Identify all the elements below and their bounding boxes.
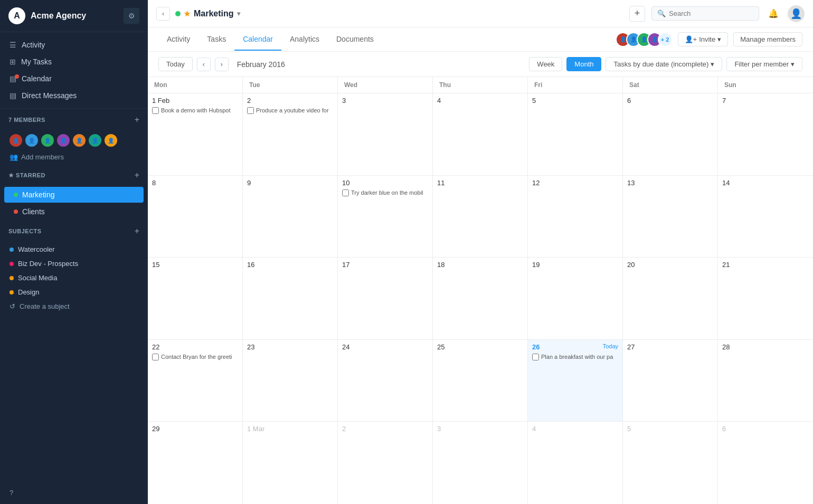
manage-members-button[interactable]: Manage members: [733, 32, 802, 46]
day-number: 23: [247, 343, 333, 351]
today-button[interactable]: Today: [158, 57, 193, 71]
task-checkbox[interactable]: [532, 354, 539, 360]
member-count-badge[interactable]: + 2: [658, 32, 673, 47]
subject-social-media-label: Social Media: [18, 274, 57, 282]
calendar-cell-2-0[interactable]: 15: [148, 258, 243, 339]
sidebar-item-activity[interactable]: ☰ Activity: [0, 36, 148, 53]
calendar-task[interactable]: Try darker blue on the mobil: [342, 189, 428, 196]
sidebar-item-my-tasks[interactable]: ⊞ My Tasks: [0, 53, 148, 70]
subject-design[interactable]: Design: [0, 285, 148, 299]
calendar-cell-4-4[interactable]: 4: [528, 422, 623, 504]
task-label: Try darker blue on the mobil: [351, 189, 423, 196]
tasks-filter-button[interactable]: Tasks by due date (incomplete) ▾: [606, 57, 722, 71]
calendar-cell-2-5[interactable]: 20: [623, 258, 718, 339]
subject-biz-dev[interactable]: Biz Dev - Prospects: [0, 256, 148, 271]
starred-item-clients[interactable]: Clients: [4, 204, 144, 220]
calendar-cell-1-3[interactable]: 11: [433, 176, 528, 258]
day-header-thu: Thu: [433, 77, 528, 93]
task-checkbox[interactable]: [152, 107, 159, 114]
calendar-cell-2-1[interactable]: 16: [243, 258, 338, 339]
calendar-task[interactable]: Produce a youtube video for: [247, 107, 333, 114]
tab-tasks[interactable]: Tasks: [198, 28, 234, 51]
user-avatar[interactable]: 👤: [788, 5, 805, 22]
subject-watercooler[interactable]: Watercooler: [0, 242, 148, 256]
calendar-cell-0-5[interactable]: 6: [623, 93, 718, 175]
calendar-cell-0-3[interactable]: 4: [433, 93, 528, 175]
calendar-task[interactable]: Book a demo with Hubspot: [152, 107, 238, 114]
calendar-cell-0-1[interactable]: 2Produce a youtube video for: [243, 93, 338, 175]
settings-button[interactable]: ⚙: [124, 8, 139, 24]
search-input[interactable]: [669, 9, 753, 17]
clients-dot: [14, 210, 18, 214]
create-subject-button[interactable]: ↺ Create a subject: [0, 299, 148, 313]
notification-bell[interactable]: 🔔: [765, 6, 781, 22]
calendar-cell-1-1[interactable]: 9: [243, 176, 338, 258]
add-subject-button[interactable]: +: [135, 226, 139, 236]
add-members-button[interactable]: 👥 Add members: [0, 150, 148, 164]
tab-calendar[interactable]: Calendar: [234, 28, 281, 51]
calendar-cell-1-0[interactable]: 8: [148, 176, 243, 258]
tab-documents[interactable]: Documents: [328, 28, 382, 51]
calendar-cell-1-5[interactable]: 13: [623, 176, 718, 258]
starred-section-header: ★ STARRED +: [8, 170, 139, 180]
task-checkbox[interactable]: [247, 107, 254, 114]
tab-activity[interactable]: Activity: [158, 28, 198, 51]
calendar-cell-2-3[interactable]: 18: [433, 258, 528, 339]
calendar-cell-4-5[interactable]: 5: [623, 422, 718, 504]
calendar-cell-1-6[interactable]: 14: [718, 176, 813, 258]
help-button[interactable]: ?: [0, 481, 148, 504]
calendar-cell-3-5[interactable]: 27: [623, 340, 718, 422]
calendar-cell-2-4[interactable]: 19: [528, 258, 623, 339]
calendar-cell-3-6[interactable]: 28: [718, 340, 813, 422]
subject-social-media[interactable]: Social Media: [0, 271, 148, 285]
member-filter-button[interactable]: Filter per member ▾: [726, 57, 802, 71]
member-filter-chevron-icon: ▾: [791, 60, 795, 68]
tab-analytics[interactable]: Analytics: [281, 28, 328, 51]
calendar-cell-1-2[interactable]: 10Try darker blue on the mobil: [338, 176, 433, 258]
chevron-down-icon[interactable]: ▾: [237, 10, 240, 17]
add-member-icon-button[interactable]: +: [135, 115, 139, 125]
day-number: 28: [722, 343, 809, 351]
calendar-cell-3-0[interactable]: 22Contact Bryan for the greeti: [148, 340, 243, 422]
calendar-cell-2-6[interactable]: 21: [718, 258, 813, 339]
calendar-cell-4-0[interactable]: 29: [148, 422, 243, 504]
task-checkbox[interactable]: [342, 189, 349, 196]
day-number: 14: [722, 179, 809, 187]
avatar: 👤: [56, 133, 71, 148]
add-button[interactable]: +: [629, 6, 645, 22]
calendar-cell-1-4[interactable]: 12: [528, 176, 623, 258]
calendar-task[interactable]: Plan a breakfast with our pa: [532, 353, 618, 360]
calendar-cell-4-1[interactable]: 1 Mar: [243, 422, 338, 504]
calendar-cell-3-1[interactable]: 23: [243, 340, 338, 422]
calendar-cell-0-0[interactable]: 1 FebBook a demo with Hubspot: [148, 93, 243, 175]
calendar-cell-3-3[interactable]: 25: [433, 340, 528, 422]
avatar: 👤: [72, 133, 87, 148]
calendar-cell-3-2[interactable]: 24: [338, 340, 433, 422]
calendar-cell-4-6[interactable]: 6: [718, 422, 813, 504]
calendar-nav-left: Today ‹ › February 2016: [158, 57, 289, 71]
prev-month-button[interactable]: ‹: [197, 58, 211, 71]
next-month-button[interactable]: ›: [215, 58, 229, 71]
sidebar-item-direct-messages[interactable]: ▤ Direct Messages: [0, 87, 148, 104]
invite-button[interactable]: 👤+ Invite ▾: [678, 32, 729, 46]
sidebar-item-calendar[interactable]: ▤ Calendar: [0, 70, 148, 87]
calendar-task[interactable]: Contact Bryan for the greeti: [152, 353, 238, 360]
month-view-button[interactable]: Month: [566, 57, 601, 71]
calendar-cell-0-4[interactable]: 5: [528, 93, 623, 175]
calendar-cell-4-2[interactable]: 2: [338, 422, 433, 504]
task-label: Book a demo with Hubspot: [161, 107, 230, 114]
calendar-cell-0-6[interactable]: 7: [718, 93, 813, 175]
add-starred-button[interactable]: +: [135, 170, 139, 180]
week-view-button[interactable]: Week: [529, 57, 562, 71]
calendar-cell-3-4[interactable]: 26TodayPlan a breakfast with our pa: [528, 340, 623, 422]
day-number: 4: [437, 97, 523, 104]
calendar-cell-0-2[interactable]: 3: [338, 93, 433, 175]
back-button[interactable]: ‹: [156, 7, 170, 21]
starred-item-marketing[interactable]: Marketing: [4, 187, 144, 203]
task-checkbox[interactable]: [152, 354, 159, 360]
calendar-cell-4-3[interactable]: 3: [433, 422, 528, 504]
calendar-cell-2-2[interactable]: 17: [338, 258, 433, 339]
day-header-sat: Sat: [623, 77, 718, 93]
day-number: 21: [722, 261, 809, 269]
starred-clients-label: Clients: [22, 207, 45, 216]
